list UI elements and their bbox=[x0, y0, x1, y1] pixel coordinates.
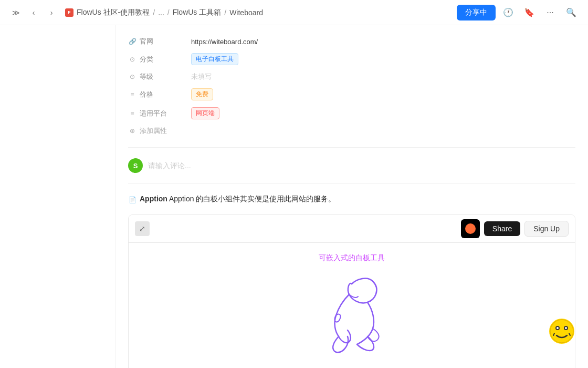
platform-tag[interactable]: 网页端 bbox=[191, 107, 219, 119]
divider-1 bbox=[128, 147, 575, 148]
svg-point-0 bbox=[549, 319, 574, 344]
add-prop-icon: ⊕ bbox=[128, 127, 136, 135]
witeboard-logo bbox=[461, 219, 480, 238]
price-icon: ≡ bbox=[128, 90, 136, 99]
robot-icon-svg bbox=[548, 318, 575, 345]
breadcrumb-sep-2: / bbox=[167, 8, 170, 17]
content-note: 📄 Apption Apption 的白板小组件其实便是使用此网站的服务。 bbox=[128, 190, 575, 208]
prop-label-category: ⊙ 分类 bbox=[128, 55, 191, 64]
prop-row-website: 🔗 官网 https://witeboard.com/ bbox=[128, 34, 575, 50]
level-placeholder: 未填写 bbox=[191, 73, 212, 80]
breadcrumb-ellipsis[interactable]: ... bbox=[158, 8, 164, 17]
nav-controls: ≫ ‹ › bbox=[8, 5, 59, 20]
more-button[interactable]: ··· bbox=[542, 4, 559, 21]
witeboard-topbar: ⤢ Share Sign Up bbox=[129, 215, 575, 243]
witeboard-drawing-area: 可嵌入式的白板工具 bbox=[129, 243, 575, 368]
breadcrumb-sep-1: / bbox=[153, 8, 155, 17]
add-property-row[interactable]: ⊕ 添加属性 bbox=[128, 123, 575, 139]
prop-label-text-platform: 适用平台 bbox=[140, 109, 167, 118]
prop-label-text-level: 等级 bbox=[140, 72, 153, 81]
content-note-text: Apption Apption 的白板小组件其实便是使用此网站的服务。 bbox=[140, 195, 335, 204]
history-button[interactable]: 🕐 bbox=[500, 4, 517, 21]
bookmark-button[interactable]: 🔖 bbox=[521, 4, 538, 21]
flowus-favicon: F bbox=[65, 8, 74, 17]
level-icon: ⊙ bbox=[128, 73, 136, 81]
website-link[interactable]: https://witeboard.com/ bbox=[191, 38, 258, 46]
prop-label-text-price: 价格 bbox=[140, 90, 153, 99]
main-content: 🔗 官网 https://witeboard.com/ ⊙ 分类 电子白板工具 bbox=[0, 25, 588, 368]
note-icon: 📄 bbox=[128, 196, 136, 204]
forward-button[interactable]: › bbox=[44, 5, 59, 20]
share-button[interactable]: 分享中 bbox=[457, 5, 496, 21]
witeboard-container: ⤢ Share Sign Up 可嵌入式的白板工具 bbox=[128, 214, 575, 368]
prop-row-platform: ≡ 适用平台 网页端 bbox=[128, 104, 575, 123]
prop-value-category[interactable]: 电子白板工具 bbox=[191, 53, 575, 65]
divider-2 bbox=[128, 183, 575, 184]
prop-value-price[interactable]: 免费 bbox=[191, 88, 575, 100]
breadcrumb-sep-3: / bbox=[224, 8, 226, 17]
sidebar-strip bbox=[0, 25, 116, 368]
svg-point-3 bbox=[556, 327, 559, 329]
search-button[interactable]: 🔍 bbox=[563, 4, 580, 21]
prop-value-level[interactable]: 未填写 bbox=[191, 72, 575, 81]
add-prop-label: 添加属性 bbox=[140, 126, 167, 136]
user-avatar: S bbox=[128, 158, 143, 173]
breadcrumb-witeboard[interactable]: Witeboard bbox=[229, 8, 263, 17]
prop-value-platform[interactable]: 网页端 bbox=[191, 107, 575, 119]
properties-section: 🔗 官网 https://witeboard.com/ ⊙ 分类 电子白板工具 bbox=[128, 34, 575, 139]
prop-row-level: ⊙ 等级 未填写 bbox=[128, 69, 575, 85]
category-tag[interactable]: 电子白板工具 bbox=[191, 53, 238, 65]
price-tag[interactable]: 免费 bbox=[191, 88, 213, 100]
platform-icon: ≡ bbox=[128, 109, 136, 118]
witeboard-share-button[interactable]: Share bbox=[484, 221, 520, 236]
breadcrumb: F FlowUs 社区-使用教程 / ... / FlowUs 工具箱 / Wi… bbox=[65, 8, 457, 17]
prop-label-text-category: 分类 bbox=[140, 55, 153, 64]
prop-row-price: ≡ 价格 免费 bbox=[128, 85, 575, 104]
prop-label-price: ≡ 价格 bbox=[128, 90, 191, 99]
website-icon: 🔗 bbox=[128, 37, 136, 46]
breadcrumb-toolbox[interactable]: FlowUs 工具箱 bbox=[173, 8, 222, 17]
prop-label-text-website: 官网 bbox=[140, 37, 153, 46]
prop-label-platform: ≡ 适用平台 bbox=[128, 109, 191, 118]
category-icon: ⊙ bbox=[128, 55, 136, 64]
comment-input[interactable] bbox=[148, 161, 575, 170]
witeboard-signup-button[interactable]: Sign Up bbox=[524, 221, 569, 237]
prop-label-level: ⊙ 等级 bbox=[128, 72, 191, 81]
navigation-bar: ≫ ‹ › F FlowUs 社区-使用教程 / ... / FlowUs 工具… bbox=[0, 0, 588, 25]
skip-forward-button[interactable]: ≫ bbox=[8, 5, 23, 20]
svg-point-4 bbox=[565, 327, 567, 329]
witeboard-logo-inner bbox=[465, 223, 476, 234]
prop-label-website: 🔗 官网 bbox=[128, 37, 191, 46]
back-button[interactable]: ‹ bbox=[26, 5, 41, 20]
prop-value-website[interactable]: https://witeboard.com/ bbox=[191, 38, 575, 46]
nav-actions: 分享中 🕐 🔖 ··· 🔍 bbox=[457, 4, 580, 21]
prop-row-category: ⊙ 分类 电子白板工具 bbox=[128, 50, 575, 69]
expand-button[interactable]: ⤢ bbox=[135, 221, 150, 236]
content-area: 🔗 官网 https://witeboard.com/ ⊙ 分类 电子白板工具 bbox=[116, 25, 588, 368]
smiley-robot-icon[interactable] bbox=[548, 318, 575, 347]
whiteboard-drawing bbox=[299, 268, 404, 363]
comment-area: S bbox=[128, 154, 575, 177]
breadcrumb-flowus-community[interactable]: FlowUs 社区-使用教程 bbox=[77, 8, 150, 17]
witeboard-label: 可嵌入式的白板工具 bbox=[319, 253, 385, 263]
